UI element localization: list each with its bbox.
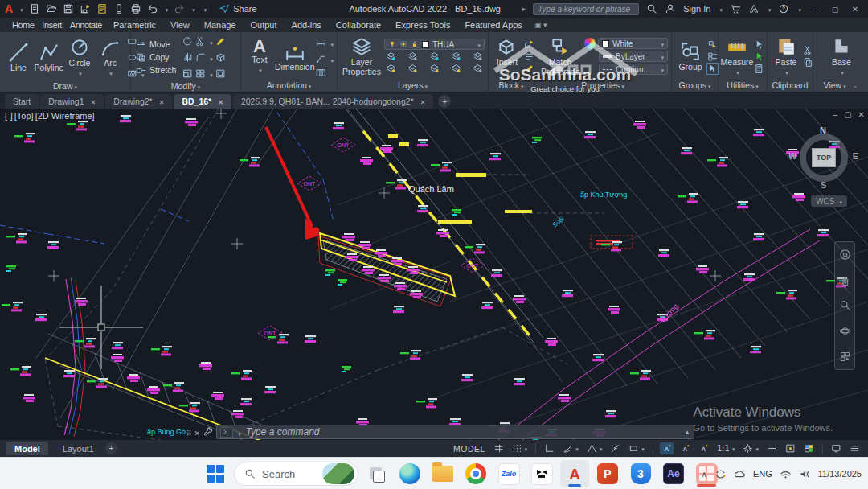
3utools-app[interactable]: 3 (626, 460, 655, 487)
ribbon-tab-view[interactable]: View (163, 20, 197, 30)
panel-annotation-footer[interactable]: Annotation (241, 79, 337, 92)
app-menu-caret-icon[interactable] (18, 4, 23, 14)
viewcube-east[interactable]: E (853, 151, 858, 161)
offset-button[interactable] (215, 68, 226, 79)
redo-caret-icon[interactable] (190, 4, 195, 14)
save-as-icon[interactable] (80, 3, 91, 14)
new-layout-button[interactable]: + (105, 442, 117, 454)
ribbon-tab-manage[interactable]: Manage (197, 20, 244, 30)
sign-in-link[interactable]: Sign In (683, 4, 710, 14)
trim-button[interactable] (195, 36, 206, 47)
array-button[interactable] (195, 68, 206, 79)
mirror-button[interactable] (182, 52, 193, 63)
drawing-canvas-svg[interactable]: ONTONTONTONTQuách Lâmấp Khu TượngSuốiđườ… (0, 109, 868, 440)
help-icon[interactable]: ? (778, 3, 789, 14)
viewcube-north[interactable]: N (820, 125, 826, 135)
ribbon-display-toggle-icon[interactable]: ▣ ▾ (534, 21, 547, 29)
scale-button[interactable] (182, 68, 193, 79)
plot-icon[interactable] (96, 3, 108, 14)
customization-button[interactable] (765, 442, 779, 454)
volume-icon[interactable] (799, 468, 811, 480)
search-expand-icon[interactable]: ▸ (522, 5, 526, 13)
ungroup-button[interactable] (707, 51, 718, 62)
isolate-objects-button[interactable] (784, 442, 797, 454)
viewcube-top-face[interactable]: TOP (812, 148, 836, 167)
stretch-button[interactable]: Stretch (136, 65, 176, 76)
help-caret-icon[interactable] (796, 4, 801, 14)
ribbon-tab-collaborate[interactable]: Collaborate (329, 20, 388, 30)
file-tab-close-icon[interactable] (218, 97, 223, 106)
command-customize-icon[interactable] (203, 426, 214, 438)
search-icon[interactable] (646, 3, 657, 14)
match-properties-button[interactable]: Match Properties (539, 36, 581, 76)
file-tab-close-icon[interactable] (91, 97, 96, 106)
base-button[interactable]: Base (828, 36, 855, 76)
move-button[interactable]: Move (136, 39, 176, 50)
cut-button[interactable] (803, 45, 813, 55)
grid-toggle[interactable] (492, 442, 506, 454)
model-space-indicator[interactable]: MODEL (453, 444, 485, 454)
minimize-button[interactable] (809, 4, 821, 14)
panel-draw-footer[interactable]: Draw (0, 80, 130, 92)
arc-button[interactable]: Arc (96, 37, 124, 77)
block-editor-button[interactable] (524, 64, 534, 74)
language-indicator[interactable]: ENG (753, 469, 772, 479)
quick-calculator-button[interactable] (754, 64, 764, 74)
undo-icon[interactable] (147, 3, 158, 14)
paste-button[interactable]: Paste (772, 36, 800, 76)
hardware-acceleration-toggle[interactable] (802, 442, 816, 454)
object-color-select[interactable]: White (598, 38, 668, 49)
linetype-select[interactable]: Continu... (599, 64, 668, 75)
clock-date[interactable]: 11/13/2025 (818, 469, 862, 479)
hidden-icons-chevron[interactable]: ∧ (702, 470, 707, 479)
viewcube[interactable]: TOP N S W E (794, 128, 854, 187)
rotate-button[interactable] (182, 36, 193, 47)
sync-icon[interactable] (714, 468, 727, 480)
circle-button[interactable]: Circle (66, 37, 93, 77)
panel-block-footer[interactable]: Block (489, 79, 534, 92)
taskbar-search[interactable]: Search (234, 462, 358, 486)
onedrive-icon[interactable] (734, 468, 746, 480)
redo-icon[interactable] (174, 3, 185, 14)
showmotion-icon[interactable] (839, 351, 851, 363)
file-tab-close-icon[interactable] (420, 97, 426, 106)
file-explorer-app[interactable] (428, 460, 457, 487)
file-tab-start[interactable]: Start (5, 94, 39, 109)
command-line[interactable]: ▲ (186, 425, 694, 439)
panel-properties-footer[interactable]: Properties (534, 79, 671, 92)
table-button[interactable] (316, 68, 334, 78)
select-similar-button[interactable] (754, 51, 764, 62)
explode-button[interactable] (215, 52, 226, 63)
block-attributes-button[interactable] (524, 51, 534, 62)
panel-view-footer[interactable]: View⌄ (813, 79, 868, 92)
orbit-icon[interactable] (839, 325, 851, 337)
ribbon-tab-output[interactable]: Output (244, 20, 285, 30)
annotation-scale-icon[interactable]: A (697, 442, 710, 454)
ribbon-tab-express-tools[interactable]: Express Tools (388, 20, 457, 30)
polar-tracking-toggle[interactable] (561, 442, 580, 454)
viewcube-west[interactable]: W (788, 151, 796, 161)
print-icon[interactable] (130, 3, 141, 14)
group-edit-button[interactable] (707, 39, 718, 50)
doc-restore-icon[interactable]: ▢ (844, 110, 851, 119)
layer-properties-button[interactable]: Layer Properties (342, 36, 381, 76)
signin-caret-icon[interactable] (718, 4, 723, 14)
open-file-icon[interactable] (46, 3, 57, 14)
recent-commands-caret-icon[interactable] (236, 425, 241, 439)
command-close-icon[interactable] (194, 425, 201, 439)
after-effects-app[interactable]: Ae (659, 460, 688, 487)
annotation-visibility-toggle[interactable]: A (660, 442, 674, 454)
view-control[interactable]: [Top] (14, 111, 34, 121)
viewcube-south[interactable]: S (821, 180, 826, 190)
file-tab-drawing2-[interactable]: Drawing2* (105, 94, 172, 109)
chrome-app[interactable] (461, 460, 490, 487)
panel-clipboard-footer[interactable]: Clipboard (768, 79, 813, 92)
ribbon-collapse-icon[interactable]: ⌄ (853, 82, 858, 89)
group-button[interactable]: Group (677, 41, 704, 72)
autocad-app[interactable]: A (560, 460, 589, 487)
file-tab-2025-9-9-qh01-ban-2040-h[interactable]: 2025.9.9, QH01- BAN... 2040-hoduongdong2… (233, 94, 434, 109)
save-icon[interactable] (63, 3, 74, 14)
file-tab-close-icon[interactable] (159, 97, 165, 106)
layer-tools-row2[interactable] (384, 64, 485, 74)
autoscale-toggle[interactable]: A (678, 442, 692, 454)
